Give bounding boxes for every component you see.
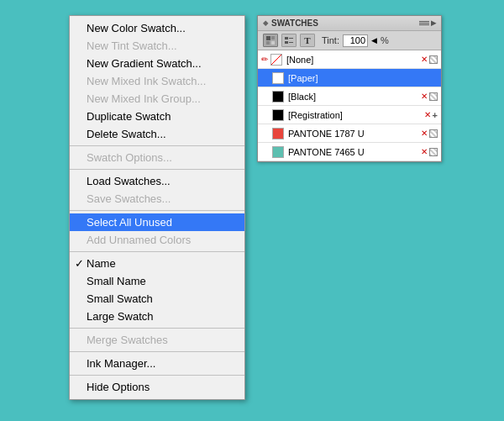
delete-icon: ✕ — [421, 147, 428, 156]
plus-icon: + — [433, 110, 438, 120]
menu-item-new-color-swatch[interactable]: New Color Swatch... — [70, 19, 244, 37]
panel-title-left: ◆ SWATCHES — [263, 18, 318, 28]
swatch-name: [Registration] — [288, 110, 424, 120]
svg-rect-4 — [285, 37, 288, 39]
menu-item-duplicate-swatch[interactable]: Duplicate Swatch — [70, 108, 244, 125]
menu-item-new-gradient-swatch[interactable]: New Gradient Swatch... — [70, 55, 244, 72]
swatch-color-box — [272, 128, 284, 139]
swatch-row[interactable]: [Black]✕ — [258, 87, 441, 106]
svg-rect-5 — [289, 38, 293, 39]
menu-item-label: Ink Manager... — [87, 357, 155, 370]
menu-item-select-all-unused[interactable]: Select All Unused — [70, 213, 244, 231]
tint-input[interactable] — [343, 34, 368, 47]
swatch-row[interactable]: ✏[None]✕ — [258, 50, 441, 69]
menu-item-new-tint-swatch: New Tint Swatch... — [70, 37, 244, 55]
menu-item-delete-swatch[interactable]: Delete Swatch... — [70, 125, 244, 143]
svg-rect-1 — [271, 36, 275, 39]
text-swatch-button[interactable]: T — [300, 34, 315, 47]
swatch-color-box — [270, 54, 282, 66]
swatch-row[interactable]: [Registration]✕+ — [258, 106, 441, 124]
menu-item-ink-manager[interactable]: Ink Manager... — [70, 355, 244, 372]
swatch-row[interactable]: [Paper] — [258, 69, 441, 87]
color-view-icon — [265, 35, 276, 45]
swatch-color-box — [272, 72, 284, 84]
tint-arrow-left[interactable]: ◀ — [371, 36, 377, 45]
menu-line-3 — [419, 24, 429, 25]
pencil-icon: ✏ — [261, 55, 268, 64]
swatch-row-icons: ✕+ — [424, 110, 438, 120]
menu-item-label: Merge Swatches — [87, 334, 168, 346]
swatch-type-icon — [429, 55, 438, 64]
menu-item-save-swatches: Save Swatches... — [70, 190, 244, 208]
svg-rect-7 — [289, 42, 293, 43]
panel-toolbar: T Tint: ◀ % — [258, 31, 441, 50]
panel-title-bar: ◆ SWATCHES ▶ — [258, 16, 441, 31]
menu-item-label: Small Name — [87, 275, 146, 287]
tint-label: Tint: — [322, 35, 339, 45]
menu-item-swatch-options: Swatch Options... — [70, 149, 244, 166]
swatch-name: PANTONE 1787 U — [288, 129, 421, 139]
menu-item-new-mixed-ink-group: New Mixed Ink Group... — [70, 90, 244, 108]
swatch-list: ✏[None]✕[Paper][Black]✕[Registration]✕+P… — [258, 50, 441, 161]
panel-menu-lines — [419, 21, 429, 25]
menu-line-2 — [419, 23, 429, 24]
svg-rect-0 — [266, 36, 270, 40]
svg-rect-2 — [266, 41, 270, 45]
delete-icon: ✕ — [421, 92, 428, 101]
menu-item-load-swatches[interactable]: Load Swatches... — [70, 172, 244, 190]
context-menu: New Color Swatch...New Tint Swatch...New… — [69, 15, 245, 400]
swatch-name: [Black] — [288, 92, 421, 102]
menu-item-label: Small Swatch — [87, 292, 153, 305]
panel-diamond-icon: ◆ — [263, 19, 268, 27]
menu-item-name[interactable]: ✓Name — [70, 255, 244, 272]
swatch-color-box — [272, 146, 284, 158]
swatch-row-icons: ✕ — [421, 55, 438, 64]
tint-percent: % — [381, 35, 389, 45]
delete-icon: ✕ — [421, 55, 428, 64]
menu-item-label: New Gradient Swatch... — [87, 57, 202, 70]
swatch-name: [None] — [286, 55, 421, 65]
swatch-color-box — [272, 91, 284, 103]
menu-separator — [70, 169, 244, 170]
swatch-row[interactable]: PANTONE 7465 U✕ — [258, 143, 441, 161]
menu-item-label: Hide Options — [87, 381, 150, 393]
menu-item-label: Duplicate Swatch — [87, 110, 171, 123]
check-mark: ✓ — [75, 257, 84, 270]
svg-rect-6 — [285, 41, 288, 44]
panel-title: SWATCHES — [271, 18, 318, 28]
swatch-row-icons: ✕ — [421, 147, 438, 156]
swatch-row-icons: ✕ — [421, 129, 438, 138]
grid-icon — [429, 92, 438, 101]
menu-item-label: Large Swatch — [87, 310, 154, 323]
menu-item-label: Swatch Options... — [87, 151, 172, 164]
menu-item-merge-swatches: Merge Swatches — [70, 331, 244, 349]
swatch-row-icons: ✕ — [421, 92, 438, 101]
menu-item-small-swatch[interactable]: Small Swatch — [70, 290, 244, 308]
panel-menu-button[interactable]: ▶ — [419, 19, 436, 27]
menu-item-label: New Tint Swatch... — [87, 39, 177, 52]
list-view-button[interactable] — [281, 34, 297, 47]
menu-item-label: Add Unnamed Colors — [87, 234, 191, 246]
menu-item-label: New Mixed Ink Swatch... — [87, 75, 206, 87]
menu-separator — [70, 351, 244, 352]
panel-menu-arrow: ▶ — [431, 19, 436, 27]
menu-separator — [70, 210, 244, 211]
color-view-button[interactable] — [263, 34, 278, 47]
delete-icon: ✕ — [424, 110, 431, 119]
menu-item-label: Delete Swatch... — [87, 128, 166, 140]
menu-item-large-swatch[interactable]: Large Swatch — [70, 308, 244, 325]
menu-line-1 — [419, 21, 429, 22]
swatch-name: [Paper] — [288, 73, 438, 83]
menu-item-add-unnamed-colors: Add Unnamed Colors — [70, 231, 244, 249]
swatch-row[interactable]: PANTONE 1787 U✕ — [258, 124, 441, 143]
menu-item-small-name[interactable]: Small Name — [70, 272, 244, 290]
menu-item-new-mixed-ink-swatch: New Mixed Ink Swatch... — [70, 72, 244, 90]
menu-item-label: Select All Unused — [87, 216, 172, 229]
menu-separator — [70, 328, 244, 329]
delete-icon: ✕ — [421, 129, 428, 138]
svg-rect-3 — [271, 41, 275, 45]
swatch-type-icon — [429, 148, 438, 156]
menu-item-hide-options[interactable]: Hide Options — [70, 378, 244, 396]
swatches-panel: ◆ SWATCHES ▶ — [257, 15, 442, 162]
swatch-type-icon — [429, 129, 438, 138]
